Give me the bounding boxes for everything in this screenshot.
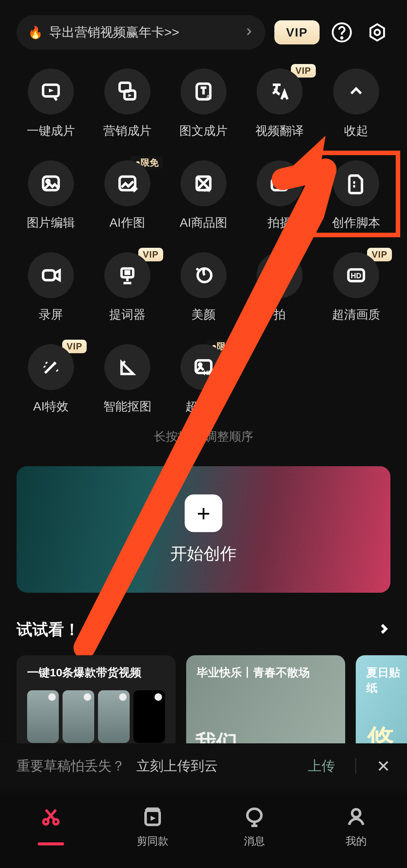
tool-ai-draw[interactable]: ● 限免 AI作图 [89, 160, 165, 231]
tool-shoot[interactable]: 拍摄 [242, 160, 318, 231]
card-title: 毕业快乐丨青春不散场 [197, 665, 335, 680]
plus-icon: + [185, 494, 222, 532]
svg-rect-16 [43, 270, 55, 280]
tool-capture[interactable]: 拍 [242, 252, 318, 323]
promo-text: 导出营销视频赢年卡>> [49, 24, 179, 41]
tool-label: AI作图 [109, 215, 145, 231]
svg-text:HD: HD [351, 272, 361, 280]
upload-link[interactable]: 立刻上传到云 [136, 757, 218, 775]
vip-badge[interactable]: VIP [274, 20, 320, 44]
tool-video-translate[interactable]: VIP 视频翻译 [242, 69, 318, 139]
svg-point-15 [279, 183, 281, 185]
close-icon[interactable]: ✕ [376, 757, 390, 776]
svg-point-27 [43, 819, 48, 824]
tool-beauty[interactable]: 美颜 [165, 252, 242, 323]
nav-label: 我的 [346, 834, 367, 848]
chevron-right-icon[interactable] [377, 622, 390, 637]
svg-point-2 [375, 30, 380, 35]
tool-label: AI特效 [33, 398, 69, 415]
tool-text-to-video[interactable]: AI 图文成片 [165, 69, 242, 139]
tool-label: 超清画质 [332, 307, 380, 323]
reorder-hint: 长按拖动 调整顺序 [0, 429, 407, 445]
nav-messages[interactable]: 消息 [204, 805, 305, 848]
svg-point-28 [54, 819, 58, 824]
tool-ai-effects[interactable]: VIP AI特效 [13, 344, 89, 415]
promo-pill[interactable]: 🔥 导出营销视频赢年卡>> [17, 15, 265, 50]
tool-hd-quality[interactable]: VIP HD 超清画质 [318, 252, 394, 323]
nav-profile[interactable]: 我的 [305, 805, 407, 848]
tool-label: 营销成片 [103, 123, 151, 139]
tool-label: 一键成片 [27, 123, 75, 139]
svg-point-20 [276, 273, 278, 275]
thumbnail-row [27, 690, 165, 743]
upload-bar: 重要草稿怕丢失？ 立刻上传到云 上传 ✕ [0, 743, 407, 789]
card-title: 夏日贴纸 [366, 665, 402, 696]
tool-label: 拍摄 [268, 215, 292, 231]
nav-templates[interactable]: 剪同款 [102, 805, 204, 848]
svg-text:HD: HD [204, 369, 213, 377]
banner-label: 开始创作 [170, 543, 237, 565]
tool-label: 提词器 [109, 307, 145, 323]
upload-action[interactable]: 上传 [308, 757, 335, 775]
tool-label: 超清图 [185, 398, 222, 415]
tool-label: 创作脚本 [332, 215, 380, 231]
tool-label: 录屏 [39, 307, 63, 323]
tool-label: 视频翻译 [256, 123, 304, 139]
tool-one-click-video[interactable]: 一键成片 [13, 69, 89, 139]
tool-label: 收起 [344, 123, 368, 139]
help-button[interactable] [329, 19, 355, 46]
tool-grid: 一键成片 营销成片 AI 图文成片 VIP 视频翻译 收起 图片编辑 ● 限免 … [0, 50, 407, 415]
svg-text:AI: AI [206, 94, 212, 101]
tool-label: AI商品图 [180, 215, 227, 231]
tool-hd-image[interactable]: ● 限免 HD 超清图 [165, 344, 242, 415]
svg-point-21 [282, 273, 284, 275]
chevron-right-icon [243, 25, 254, 40]
tool-label: 图文成片 [179, 123, 228, 139]
card-title: 一键10条爆款带货视频 [27, 665, 165, 680]
svg-point-19 [272, 268, 287, 283]
svg-point-1 [341, 37, 343, 39]
tool-label: 美颜 [191, 307, 216, 323]
tool-screen-record[interactable]: 录屏 [13, 252, 89, 323]
settings-button[interactable] [364, 19, 390, 46]
tool-label: 智能抠图 [103, 398, 151, 415]
start-create-banner[interactable]: + 开始创作 [17, 466, 390, 593]
tool-label: 图片编辑 [27, 215, 75, 231]
tool-smart-cutout[interactable]: 智能抠图 [89, 344, 165, 415]
tool-label: 拍 [274, 307, 286, 323]
flame-icon: 🔥 [28, 25, 43, 40]
tool-photo-edit[interactable]: 图片编辑 [13, 160, 89, 231]
nav-edit[interactable] [0, 805, 102, 845]
bottom-nav: 剪同款 消息 我的 [0, 793, 407, 868]
tool-collapse[interactable]: 收起 [318, 69, 394, 139]
svg-point-25 [199, 363, 201, 366]
nav-label: 消息 [244, 834, 265, 848]
svg-point-9 [47, 180, 50, 183]
divider [355, 758, 356, 774]
tool-script[interactable]: 创作脚本 [318, 160, 394, 231]
tool-marketing-video[interactable]: 营销成片 [89, 69, 165, 139]
try-title: 试试看！ [17, 619, 80, 640]
svg-point-30 [352, 809, 360, 817]
upload-msg: 重要草稿怕丢失？ [17, 757, 125, 775]
tool-ai-product[interactable]: AI AI商品图 [165, 160, 242, 231]
nav-label: 剪同款 [137, 834, 168, 848]
tool-teleprompter[interactable]: VIP 提词器 [89, 252, 165, 323]
svg-text:AI: AI [205, 186, 211, 194]
